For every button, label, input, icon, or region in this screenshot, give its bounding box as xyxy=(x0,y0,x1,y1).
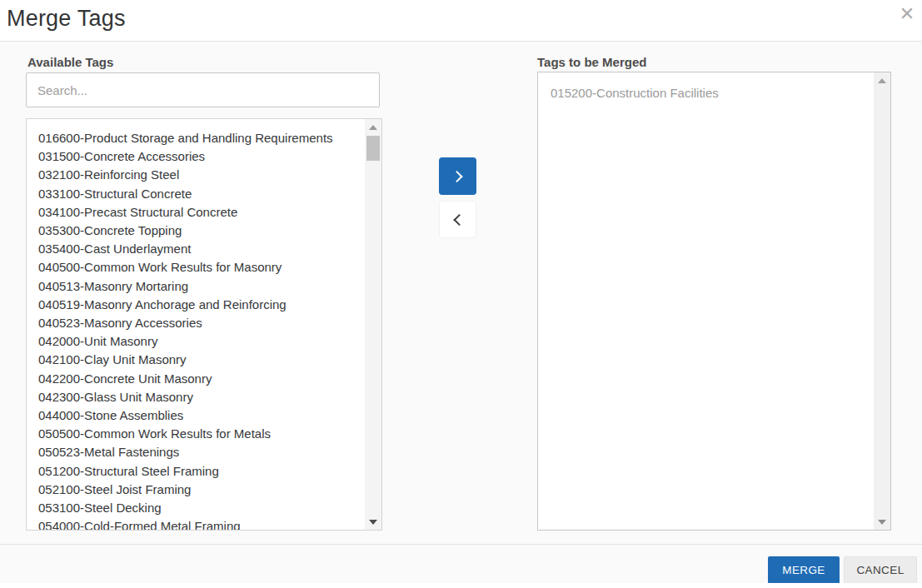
tags-to-be-merged-label: Tags to be Merged xyxy=(537,55,646,69)
available-tag-item[interactable]: 042100-Clay Unit Masonry xyxy=(38,351,365,369)
move-right-button[interactable] xyxy=(439,157,476,195)
available-tags-label: Available Tags xyxy=(27,55,113,69)
merged-list-scrollbar[interactable] xyxy=(874,72,890,530)
dialog-title: Merge Tags xyxy=(7,6,126,32)
available-tag-item[interactable]: 042000-Unit Masonry xyxy=(38,332,365,351)
available-tag-item[interactable]: 033100-Structural Concrete xyxy=(38,185,365,203)
search-input[interactable] xyxy=(26,72,380,107)
available-tag-item[interactable]: 040513-Masonry Mortaring xyxy=(38,277,365,296)
scroll-up-icon[interactable] xyxy=(369,125,377,130)
chevron-right-icon xyxy=(451,170,462,182)
merged-tags-items: 015200-Construction Facilities xyxy=(538,72,874,530)
available-tags-items: 016600-Product Storage and Handling Requ… xyxy=(27,119,365,530)
merge-tags-dialog: Merge Tags ✕ Available Tags 016600-Produ… xyxy=(0,0,922,588)
available-tag-item[interactable]: 053100-Steel Decking xyxy=(38,499,365,517)
bottom-strip xyxy=(0,583,922,588)
available-tag-item[interactable]: 034100-Precast Structural Concrete xyxy=(38,203,365,222)
available-tag-item[interactable]: 035300-Concrete Topping xyxy=(38,222,365,240)
available-tag-item[interactable]: 031500-Concrete Accessories xyxy=(38,147,365,166)
available-tag-item[interactable]: 044000-Stone Assemblies xyxy=(38,406,365,425)
available-tag-item[interactable]: 042300-Glass Unit Masonry xyxy=(38,388,365,406)
merge-button[interactable]: MERGE xyxy=(768,556,840,584)
available-tag-item[interactable]: 035400-Cast Underlayment xyxy=(38,240,365,258)
available-tag-item[interactable]: 040500-Common Work Results for Masonry xyxy=(38,258,365,277)
available-tag-item[interactable]: 042200-Concrete Unit Masonry xyxy=(38,370,365,388)
available-tag-item[interactable]: 051200-Structural Steel Framing xyxy=(38,462,365,481)
available-tag-item[interactable]: 040523-Masonry Accessories xyxy=(38,314,365,332)
available-tag-item[interactable]: 050523-Metal Fastenings xyxy=(38,443,365,461)
scroll-down-icon[interactable] xyxy=(369,520,377,525)
available-tag-item[interactable]: 032100-Reinforcing Steel xyxy=(38,166,365,184)
dialog-footer: MERGE CANCEL xyxy=(0,544,922,583)
scroll-down-icon[interactable] xyxy=(878,520,886,525)
dialog-header: Merge Tags ✕ xyxy=(0,0,922,42)
scrollbar-thumb[interactable] xyxy=(366,136,380,161)
close-icon[interactable]: ✕ xyxy=(895,2,920,27)
available-tag-item[interactable]: 016600-Product Storage and Handling Requ… xyxy=(38,129,365,147)
available-list-scrollbar[interactable] xyxy=(365,119,381,530)
move-left-button[interactable] xyxy=(439,201,476,238)
available-tags-list: 016600-Product Storage and Handling Requ… xyxy=(26,118,382,531)
chevron-left-icon xyxy=(453,213,465,225)
cancel-button[interactable]: CANCEL xyxy=(844,556,917,584)
available-tag-item[interactable]: 050500-Common Work Results for Metals xyxy=(38,425,365,443)
available-tag-item[interactable]: 040519-Masonry Anchorage and Reinforcing xyxy=(38,296,365,314)
available-tag-item[interactable]: 052100-Steel Joist Framing xyxy=(38,481,365,499)
scroll-up-icon[interactable] xyxy=(878,78,886,83)
merged-tag-item[interactable]: 015200-Construction Facilities xyxy=(551,84,874,102)
tags-to-be-merged-list: 015200-Construction Facilities xyxy=(537,72,891,531)
available-tag-item[interactable]: 054000-Cold-Formed Metal Framing xyxy=(38,517,365,530)
